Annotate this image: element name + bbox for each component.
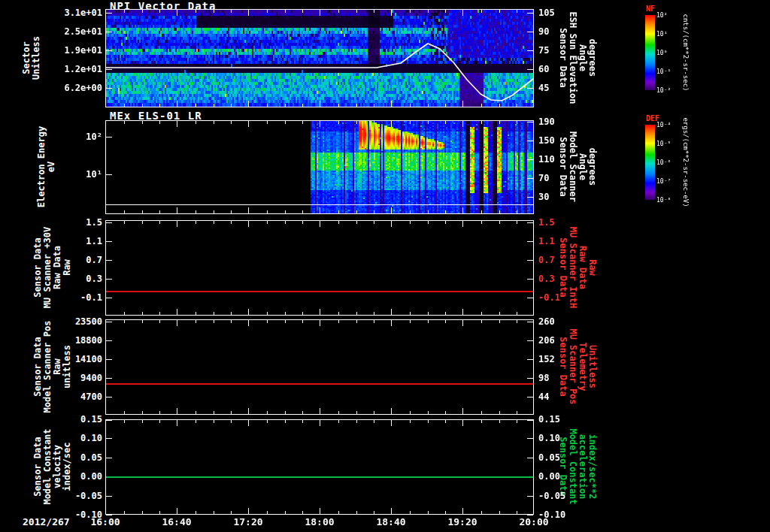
x-minor-tick-mark: [517, 420, 517, 423]
y-axis-tick-label-right: 45: [538, 83, 549, 93]
x-minor-tick-mark: [410, 10, 411, 13]
x-minor-tick-mark: [159, 104, 160, 107]
els-spectrogram-canvas: [106, 121, 533, 213]
x-minor-tick-mark: [338, 104, 339, 107]
x-minor-tick-mark: [338, 121, 339, 124]
x-minor-tick-mark: [428, 420, 429, 423]
x-minor-tick-mark: [356, 210, 357, 213]
x-minor-tick-mark: [481, 312, 482, 315]
x-tick-mark: [248, 320, 249, 326]
colorbar-tick-label: 10²: [656, 12, 667, 19]
x-minor-tick-mark: [410, 320, 411, 323]
x-axis-tick-label: 20:00: [519, 516, 548, 527]
colorbar-nf-title: NF: [646, 5, 655, 13]
y-axis-tick-label-left: 1.1: [44, 236, 102, 246]
x-minor-tick-mark: [159, 511, 160, 514]
x-minor-tick-mark: [445, 10, 446, 13]
y-axis-tick-label-right: 152: [538, 354, 555, 364]
x-minor-tick-mark: [159, 210, 160, 213]
x-axis-tick-label: 17:20: [233, 516, 262, 527]
y-axis-tick-label-left: 0.15: [44, 414, 102, 425]
x-minor-tick-mark: [142, 10, 143, 13]
x-minor-tick-mark: [517, 411, 517, 414]
x-minor-tick-mark: [285, 320, 286, 323]
y-tick-mark: [527, 50, 533, 51]
colorbar-tick-label: 10⁻¹: [656, 68, 671, 75]
x-tick-mark: [391, 10, 392, 16]
x-axis-tick-label: 19:20: [447, 516, 477, 527]
y-tick-mark: [106, 279, 112, 280]
y-axis-tick-label-left: 0.7: [44, 255, 102, 265]
x-minor-tick-mark: [124, 221, 125, 224]
x-minor-tick-mark: [374, 104, 374, 107]
x-minor-tick-mark: [302, 104, 303, 107]
x-minor-tick-mark: [231, 511, 232, 514]
y-axis-tick-label-left: 0.05: [44, 452, 102, 463]
x-minor-tick-mark: [142, 411, 143, 414]
x-tick-mark: [462, 320, 463, 326]
x-minor-tick-mark: [428, 121, 429, 124]
y-axis-tick-label-left: 10¹: [44, 169, 102, 180]
x-tick-mark: [462, 10, 463, 16]
x-minor-tick-mark: [517, 221, 517, 224]
y-tick-mark: [527, 458, 533, 458]
x-minor-tick-mark: [499, 312, 500, 315]
y-axis-tick-label-right: 60: [538, 64, 549, 74]
y-tick-mark: [527, 260, 533, 261]
x-minor-tick-mark: [231, 210, 232, 213]
x-minor-tick-mark: [142, 210, 143, 213]
x-tick-mark: [391, 420, 392, 426]
x-minor-tick-mark: [302, 210, 303, 213]
colorbar-tick-label: 10⁻⁴: [656, 122, 671, 128]
x-minor-tick-mark: [231, 411, 232, 414]
x-tick-mark: [391, 508, 392, 514]
x-minor-tick-mark: [196, 511, 196, 514]
x-minor-tick-mark: [159, 312, 160, 315]
x-axis-tick-label: 16:00: [90, 516, 120, 527]
x-tick-mark: [320, 408, 320, 414]
x-tick-mark: [177, 320, 177, 326]
x-tick-mark: [248, 508, 249, 514]
x-tick-mark: [391, 320, 392, 326]
x-minor-tick-mark: [517, 121, 517, 124]
colorbar-tick-label: 10⁻⁸: [656, 197, 671, 204]
y-tick-mark: [527, 13, 533, 14]
y-tick-mark: [527, 122, 533, 122]
x-minor-tick-mark: [196, 312, 196, 315]
x-minor-tick-mark: [285, 121, 286, 124]
x-tick-mark: [177, 408, 177, 414]
panel-mu-scanner-plot-area: [105, 220, 534, 316]
x-minor-tick-mark: [159, 411, 160, 414]
x-minor-tick-mark: [410, 511, 411, 514]
y-tick-mark: [106, 496, 112, 497]
x-minor-tick-mark: [338, 411, 339, 414]
x-minor-tick-mark: [356, 320, 357, 323]
x-tick-mark: [320, 101, 320, 107]
y-axis-tick-label-left: 3.1e+01: [44, 8, 102, 18]
y-tick-mark: [106, 340, 112, 341]
y-axis-tick-label-left: 18800: [44, 335, 102, 346]
x-minor-tick-mark: [267, 210, 268, 213]
x-minor-tick-mark: [214, 104, 214, 107]
x-minor-tick-mark: [142, 221, 143, 224]
x-minor-tick-mark: [481, 411, 482, 414]
x-tick-mark: [320, 309, 320, 315]
x-minor-tick-mark: [231, 221, 232, 224]
y-tick-mark: [527, 88, 533, 89]
y-tick-mark: [527, 241, 533, 242]
y-tick-mark: [527, 420, 533, 421]
x-minor-tick-mark: [517, 10, 517, 13]
x-tick-mark: [177, 207, 177, 213]
y-axis-tick-label-right: 70: [538, 173, 549, 183]
x-minor-tick-mark: [142, 104, 143, 107]
x-minor-tick-mark: [142, 312, 143, 315]
x-minor-tick-mark: [285, 411, 286, 414]
x-minor-tick-mark: [445, 221, 446, 224]
x-minor-tick-mark: [214, 221, 214, 224]
y-axis-tick-label-right: 206: [538, 335, 555, 346]
colorbar-tick-label: 10⁰: [656, 50, 667, 56]
y-axis-tick-label-right: 190: [538, 116, 555, 127]
x-tick-mark: [177, 101, 177, 107]
npi-spectrogram-canvas: [106, 10, 533, 107]
y-axis-tick-label-right: 0.10: [538, 433, 560, 443]
